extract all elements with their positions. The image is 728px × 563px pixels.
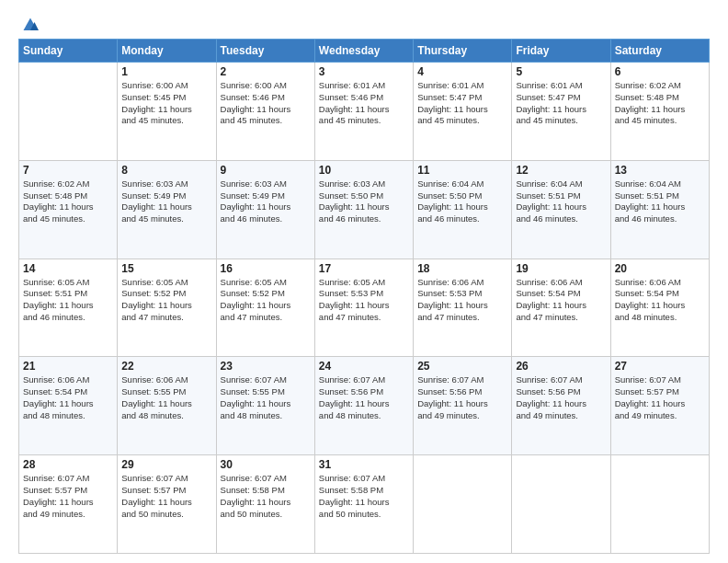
page: SundayMondayTuesdayWednesdayThursdayFrid… [0, 0, 728, 563]
day-number: 21 [23, 360, 113, 373]
day-number: 15 [121, 262, 211, 275]
day-info: Sunrise: 6:03 AM Sunset: 5:49 PM Dayligh… [121, 178, 211, 225]
day-info: Sunrise: 6:02 AM Sunset: 5:48 PM Dayligh… [615, 80, 705, 127]
day-info: Sunrise: 6:01 AM Sunset: 5:47 PM Dayligh… [417, 80, 507, 127]
day-number: 27 [615, 360, 705, 373]
calendar-header-saturday: Saturday [610, 40, 709, 63]
day-info: Sunrise: 6:04 AM Sunset: 5:51 PM Dayligh… [516, 178, 606, 225]
day-info: Sunrise: 6:03 AM Sunset: 5:50 PM Dayligh… [319, 178, 409, 225]
calendar-header-friday: Friday [512, 40, 610, 63]
calendar-cell [512, 455, 610, 554]
calendar-cell: 9Sunrise: 6:03 AM Sunset: 5:49 PM Daylig… [216, 160, 314, 259]
calendar-cell: 11Sunrise: 6:04 AM Sunset: 5:50 PM Dayli… [414, 160, 512, 259]
calendar-cell: 8Sunrise: 6:03 AM Sunset: 5:49 PM Daylig… [118, 160, 216, 259]
calendar-cell: 13Sunrise: 6:04 AM Sunset: 5:51 PM Dayli… [610, 160, 709, 259]
calendar-cell: 4Sunrise: 6:01 AM Sunset: 5:47 PM Daylig… [414, 63, 512, 161]
day-info: Sunrise: 6:05 AM Sunset: 5:52 PM Dayligh… [221, 277, 311, 324]
calendar-cell: 23Sunrise: 6:07 AM Sunset: 5:55 PM Dayli… [216, 357, 314, 455]
day-info: Sunrise: 6:01 AM Sunset: 5:46 PM Dayligh… [319, 80, 409, 127]
calendar-cell: 1Sunrise: 6:00 AM Sunset: 5:45 PM Daylig… [118, 63, 216, 161]
day-info: Sunrise: 6:07 AM Sunset: 5:57 PM Dayligh… [615, 374, 705, 421]
day-number: 13 [615, 164, 705, 177]
day-number: 4 [417, 65, 507, 78]
calendar-cell: 26Sunrise: 6:07 AM Sunset: 5:56 PM Dayli… [512, 357, 610, 455]
day-number: 2 [221, 65, 311, 78]
calendar-header-sunday: Sunday [19, 40, 118, 63]
day-number: 8 [121, 164, 211, 177]
day-info: Sunrise: 6:06 AM Sunset: 5:55 PM Dayligh… [121, 374, 211, 421]
calendar-cell: 10Sunrise: 6:03 AM Sunset: 5:50 PM Dayli… [314, 160, 413, 259]
calendar-cell [19, 63, 118, 161]
day-number: 10 [319, 164, 409, 177]
calendar-cell: 5Sunrise: 6:01 AM Sunset: 5:47 PM Daylig… [512, 63, 610, 161]
day-number: 22 [121, 360, 211, 373]
day-info: Sunrise: 6:07 AM Sunset: 5:58 PM Dayligh… [319, 473, 409, 520]
logo [18, 17, 39, 29]
calendar-cell: 2Sunrise: 6:00 AM Sunset: 5:46 PM Daylig… [216, 63, 314, 161]
day-number: 29 [121, 458, 211, 471]
calendar-cell: 3Sunrise: 6:01 AM Sunset: 5:46 PM Daylig… [314, 63, 413, 161]
calendar-cell: 21Sunrise: 6:06 AM Sunset: 5:54 PM Dayli… [19, 357, 118, 455]
calendar-week-2: 7Sunrise: 6:02 AM Sunset: 5:48 PM Daylig… [19, 160, 710, 259]
day-number: 16 [221, 262, 311, 275]
day-number: 20 [615, 262, 705, 275]
day-info: Sunrise: 6:05 AM Sunset: 5:53 PM Dayligh… [319, 277, 409, 324]
header [18, 17, 710, 29]
calendar-cell: 27Sunrise: 6:07 AM Sunset: 5:57 PM Dayli… [610, 357, 709, 455]
calendar-cell: 14Sunrise: 6:05 AM Sunset: 5:51 PM Dayli… [19, 259, 118, 357]
calendar-header-thursday: Thursday [414, 40, 512, 63]
calendar-cell: 15Sunrise: 6:05 AM Sunset: 5:52 PM Dayli… [118, 259, 216, 357]
day-number: 25 [417, 360, 507, 373]
day-info: Sunrise: 6:02 AM Sunset: 5:48 PM Dayligh… [23, 178, 113, 225]
day-number: 12 [516, 164, 606, 177]
calendar-cell: 22Sunrise: 6:06 AM Sunset: 5:55 PM Dayli… [118, 357, 216, 455]
calendar-week-4: 21Sunrise: 6:06 AM Sunset: 5:54 PM Dayli… [19, 357, 710, 455]
day-number: 17 [319, 262, 409, 275]
day-info: Sunrise: 6:06 AM Sunset: 5:53 PM Dayligh… [417, 277, 507, 324]
day-info: Sunrise: 6:04 AM Sunset: 5:50 PM Dayligh… [417, 178, 507, 225]
day-number: 23 [221, 360, 311, 373]
day-info: Sunrise: 6:05 AM Sunset: 5:51 PM Dayligh… [23, 277, 113, 324]
calendar-week-5: 28Sunrise: 6:07 AM Sunset: 5:57 PM Dayli… [19, 455, 710, 554]
day-number: 11 [417, 164, 507, 177]
calendar-header-tuesday: Tuesday [216, 40, 314, 63]
day-number: 3 [319, 65, 409, 78]
day-info: Sunrise: 6:00 AM Sunset: 5:46 PM Dayligh… [221, 80, 311, 127]
calendar-cell: 30Sunrise: 6:07 AM Sunset: 5:58 PM Dayli… [216, 455, 314, 554]
day-number: 30 [221, 458, 311, 471]
calendar-cell: 19Sunrise: 6:06 AM Sunset: 5:54 PM Dayli… [512, 259, 610, 357]
day-info: Sunrise: 6:04 AM Sunset: 5:51 PM Dayligh… [615, 178, 705, 225]
calendar-header-row: SundayMondayTuesdayWednesdayThursdayFrid… [19, 40, 710, 63]
day-number: 14 [23, 262, 113, 275]
calendar-cell: 31Sunrise: 6:07 AM Sunset: 5:58 PM Dayli… [314, 455, 413, 554]
logo-icon [22, 17, 39, 33]
calendar-cell: 24Sunrise: 6:07 AM Sunset: 5:56 PM Dayli… [314, 357, 413, 455]
day-info: Sunrise: 6:06 AM Sunset: 5:54 PM Dayligh… [615, 277, 705, 324]
calendar-cell: 20Sunrise: 6:06 AM Sunset: 5:54 PM Dayli… [610, 259, 709, 357]
calendar-cell: 17Sunrise: 6:05 AM Sunset: 5:53 PM Dayli… [314, 259, 413, 357]
day-number: 6 [615, 65, 705, 78]
day-number: 26 [516, 360, 606, 373]
calendar-cell: 29Sunrise: 6:07 AM Sunset: 5:57 PM Dayli… [118, 455, 216, 554]
calendar-cell [610, 455, 709, 554]
calendar-cell: 7Sunrise: 6:02 AM Sunset: 5:48 PM Daylig… [19, 160, 118, 259]
day-info: Sunrise: 6:07 AM Sunset: 5:55 PM Dayligh… [221, 374, 311, 421]
day-info: Sunrise: 6:07 AM Sunset: 5:57 PM Dayligh… [121, 473, 211, 520]
calendar-cell: 6Sunrise: 6:02 AM Sunset: 5:48 PM Daylig… [610, 63, 709, 161]
day-number: 31 [319, 458, 409, 471]
calendar-header-wednesday: Wednesday [314, 40, 413, 63]
calendar-cell: 12Sunrise: 6:04 AM Sunset: 5:51 PM Dayli… [512, 160, 610, 259]
day-number: 7 [23, 164, 113, 177]
calendar-cell: 28Sunrise: 6:07 AM Sunset: 5:57 PM Dayli… [19, 455, 118, 554]
calendar-cell: 18Sunrise: 6:06 AM Sunset: 5:53 PM Dayli… [414, 259, 512, 357]
day-info: Sunrise: 6:07 AM Sunset: 5:56 PM Dayligh… [516, 374, 606, 421]
day-info: Sunrise: 6:06 AM Sunset: 5:54 PM Dayligh… [23, 374, 113, 421]
day-number: 9 [221, 164, 311, 177]
day-number: 5 [516, 65, 606, 78]
day-number: 18 [417, 262, 507, 275]
day-info: Sunrise: 6:00 AM Sunset: 5:45 PM Dayligh… [121, 80, 211, 127]
day-number: 1 [121, 65, 211, 78]
day-number: 24 [319, 360, 409, 373]
calendar-table: SundayMondayTuesdayWednesdayThursdayFrid… [18, 39, 710, 554]
day-info: Sunrise: 6:07 AM Sunset: 5:56 PM Dayligh… [319, 374, 409, 421]
